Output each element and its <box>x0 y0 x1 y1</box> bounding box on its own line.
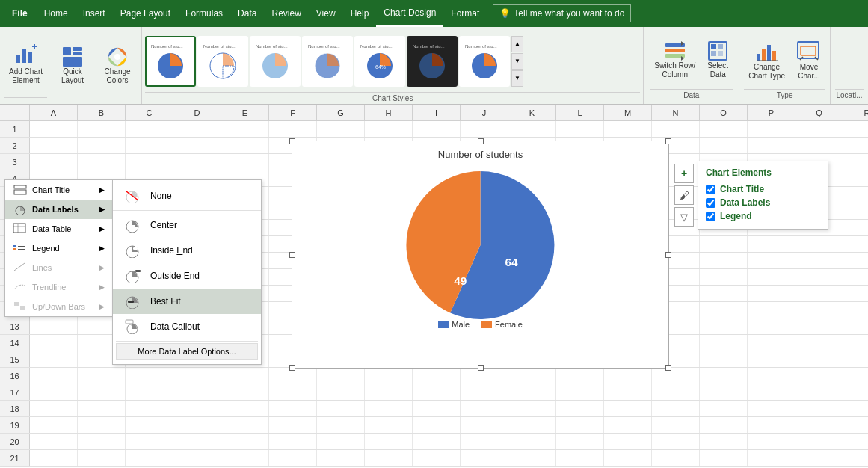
cell[interactable] <box>221 368 269 384</box>
menu-view[interactable]: View <box>309 0 343 27</box>
cell[interactable] <box>461 450 508 466</box>
cell[interactable] <box>317 368 365 384</box>
change-chart-type-btn[interactable]: ChangeChart Type <box>744 36 789 84</box>
chart-style-7[interactable]: Number of stu... <box>459 36 510 87</box>
legend-checkbox[interactable] <box>706 212 715 221</box>
datalabel-outside-end[interactable]: Outside End <box>113 263 261 289</box>
cell[interactable] <box>365 121 413 137</box>
cell[interactable] <box>652 401 700 416</box>
cell[interactable] <box>30 434 78 449</box>
select-data-btn[interactable]: SelectData <box>703 37 733 82</box>
cell[interactable] <box>748 286 795 301</box>
cell[interactable] <box>126 417 173 433</box>
cell[interactable] <box>748 138 795 153</box>
switch-row-column-btn[interactable]: Switch Row/Column <box>650 37 700 82</box>
cell[interactable] <box>413 384 461 400</box>
cell[interactable] <box>221 450 269 466</box>
cell[interactable] <box>78 450 126 466</box>
menu-trendline[interactable]: Trendline ▶ <box>5 277 112 297</box>
cell[interactable] <box>413 401 461 416</box>
cell[interactable] <box>604 417 652 433</box>
cell[interactable] <box>78 154 126 170</box>
cell[interactable] <box>748 417 795 433</box>
menu-format[interactable]: Format <box>443 0 487 27</box>
cell[interactable] <box>221 434 269 449</box>
cell[interactable] <box>173 121 221 137</box>
handle-br[interactable] <box>665 365 671 371</box>
cell[interactable] <box>700 417 748 433</box>
cell[interactable] <box>748 253 795 268</box>
cell[interactable] <box>556 121 604 137</box>
cell[interactable] <box>126 138 173 153</box>
cell[interactable] <box>508 417 556 433</box>
chart-style-5[interactable]: Number of stu... 64% <box>354 36 405 87</box>
cell[interactable] <box>795 253 843 268</box>
cell[interactable] <box>30 154 78 170</box>
chart-style-3[interactable]: Number of stu... <box>250 36 301 87</box>
cell[interactable] <box>317 401 365 416</box>
cell[interactable] <box>126 368 173 384</box>
cell[interactable] <box>748 434 795 449</box>
cell[interactable] <box>748 450 795 466</box>
cell[interactable] <box>78 384 126 400</box>
change-colors-btn[interactable]: ChangeColors <box>100 30 135 101</box>
cell[interactable] <box>748 351 795 367</box>
handle-tr[interactable] <box>665 138 671 144</box>
menu-updown-bars[interactable]: Up/Down Bars ▶ <box>5 297 112 316</box>
cell[interactable] <box>700 286 748 301</box>
chart-style-2[interactable]: Number of stu... <box>197 36 248 87</box>
datalabel-data-callout[interactable]: Data Callout <box>113 314 261 339</box>
cell[interactable] <box>508 434 556 449</box>
handle-bl[interactable] <box>289 365 295 371</box>
cell[interactable] <box>556 417 604 433</box>
cell[interactable] <box>556 450 604 466</box>
cell[interactable] <box>795 434 843 449</box>
cell[interactable] <box>700 121 748 137</box>
add-chart-element-btn[interactable]: Add ChartElement <box>4 30 47 97</box>
cell[interactable] <box>795 302 843 318</box>
menu-data-labels[interactable]: Data Labels ▶ <box>5 200 112 219</box>
cell[interactable] <box>748 401 795 416</box>
cell[interactable] <box>30 401 78 416</box>
cell[interactable] <box>604 384 652 400</box>
cell[interactable] <box>30 335 78 351</box>
cell[interactable] <box>173 450 221 466</box>
cell[interactable] <box>365 417 413 433</box>
cell[interactable] <box>173 417 221 433</box>
cell[interactable] <box>126 154 173 170</box>
cell[interactable] <box>317 417 365 433</box>
cell[interactable] <box>317 121 365 137</box>
cell[interactable] <box>461 368 508 384</box>
cell[interactable] <box>269 450 317 466</box>
handle-bc[interactable] <box>478 365 484 371</box>
cell[interactable] <box>604 434 652 449</box>
cell[interactable] <box>269 401 317 416</box>
cell[interactable] <box>748 302 795 318</box>
cell[interactable] <box>78 368 126 384</box>
cell[interactable] <box>508 450 556 466</box>
chart-filter-sidebar-btn[interactable]: ▽ <box>674 207 694 227</box>
cell[interactable] <box>413 368 461 384</box>
cell[interactable] <box>748 236 795 252</box>
menu-lines[interactable]: Lines ▶ <box>5 258 112 277</box>
menu-formulas[interactable]: Formulas <box>178 0 230 27</box>
cell[interactable] <box>795 318 843 334</box>
cell[interactable] <box>700 351 748 367</box>
datalabel-center[interactable]: Center <box>113 212 261 238</box>
quick-layout-btn[interactable]: QuickLayout <box>57 30 88 101</box>
cell[interactable] <box>173 384 221 400</box>
scroll-up-btn[interactable]: ▲ <box>511 36 523 52</box>
cell[interactable] <box>748 384 795 400</box>
cell[interactable] <box>700 253 748 268</box>
datalabel-none[interactable]: None <box>113 183 261 209</box>
cell[interactable] <box>461 384 508 400</box>
cell[interactable] <box>700 450 748 466</box>
cell[interactable] <box>413 121 461 137</box>
cell[interactable] <box>748 121 795 137</box>
cell[interactable] <box>795 417 843 433</box>
cell[interactable] <box>700 138 748 153</box>
cell[interactable] <box>508 384 556 400</box>
cell[interactable] <box>30 384 78 400</box>
cell[interactable] <box>461 434 508 449</box>
cell[interactable] <box>173 368 221 384</box>
